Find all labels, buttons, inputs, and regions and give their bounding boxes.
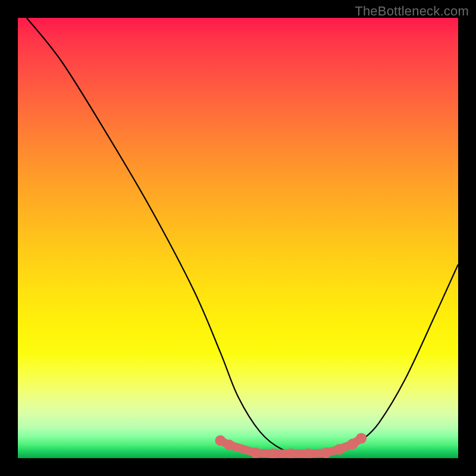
highlight-marker [356,433,367,444]
bottleneck-curve-path [27,18,458,455]
highlight-markers-group [215,433,367,458]
bottleneck-curve-group [27,18,458,455]
highlight-marker [347,439,358,449]
highlight-marker [250,447,261,458]
highlight-marker [334,444,345,455]
curve-svg [18,18,458,458]
plot-area [18,18,458,458]
chart-container: TheBottleneck.com [0,0,476,476]
highlight-marker [224,440,234,450]
watermark-text: TheBottleneck.com [355,4,469,19]
highlight-marker [321,447,331,458]
